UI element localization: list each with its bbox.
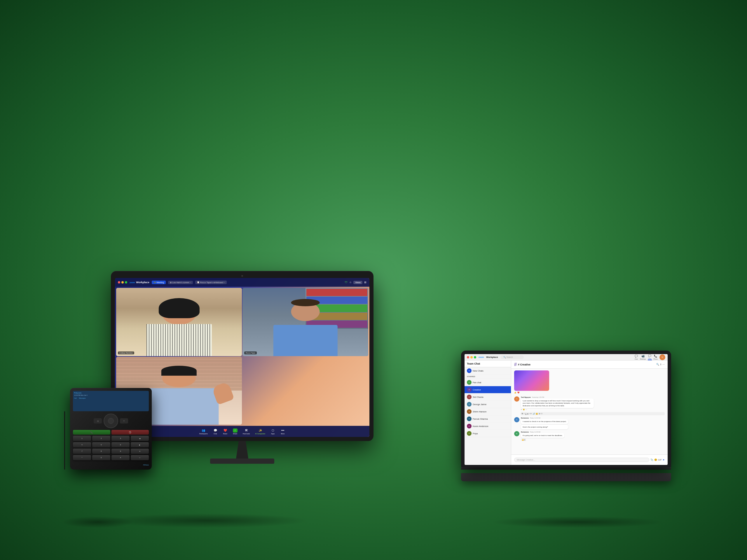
close-btn[interactable] — [118, 281, 120, 284]
message-input[interactable]: Message Creative... — [514, 458, 649, 462]
phone-key-4[interactable]: 4 — [73, 442, 91, 447]
reaction-like[interactable]: 👍 — [514, 392, 516, 394]
chat-item-3[interactable]: G George Jaime — [465, 401, 511, 408]
phone-answer-btn[interactable]: 📞 — [73, 430, 110, 434]
chat-item-1[interactable]: F Fan chat — [465, 379, 511, 386]
meeting-tab[interactable]: 📹 Meeting — [152, 281, 166, 284]
more-label: More — [281, 433, 285, 434]
person-lindsay — [138, 298, 220, 356]
laptop-nav-active[interactable]: 💬 Chat — [648, 354, 652, 360]
phone-key-8[interactable]: 8 — [92, 449, 110, 454]
mention-btn[interactable]: @ — [539, 413, 540, 415]
react-icon: ❤️ — [223, 428, 228, 432]
minimize-btn[interactable] — [121, 281, 124, 284]
chat-item-7[interactable]: P Priya — [465, 430, 511, 437]
laptop-trackpad[interactable] — [555, 473, 578, 474]
link-btn[interactable]: 🔗 — [533, 413, 535, 415]
hair-rocco — [291, 299, 319, 306]
laptop-screen-frame: zoom Workplace 🔍 Search 💬 Chat 📹 — [461, 351, 671, 467]
underline-btn[interactable]: U — [525, 413, 526, 415]
strikethrough-btn[interactable]: S̶ — [527, 413, 529, 415]
phone-time: 12:00 PM Mon Jan 1 — [74, 394, 148, 396]
send-icon[interactable]: ➤ — [663, 458, 665, 461]
chat-content-header: # # Creative 🔍 ℹ ⋯ — [511, 361, 668, 369]
emoji-input-icon[interactable]: 😊 — [654, 458, 657, 461]
gif-icon[interactable]: GIF — [658, 458, 662, 461]
phone-end-btn[interactable]: 📵 — [111, 430, 149, 434]
laptop-user-avatar[interactable]: U — [660, 354, 665, 360]
ai-companion-btn[interactable]: ✨ AI Companion — [255, 428, 265, 434]
phone-key-hash[interactable]: # — [111, 455, 130, 460]
reply-icon[interactable]: ↩ — [521, 409, 522, 410]
apps-btn[interactable]: ⬡ Apps — [271, 428, 275, 434]
chat-btn[interactable]: 💬 Chat — [213, 428, 218, 434]
list-btn[interactable]: ≡ — [541, 413, 542, 415]
phone-key-vol-down[interactable]: − — [131, 455, 149, 460]
phone-key-9[interactable]: 9 — [111, 449, 130, 454]
phone-key-star[interactable]: * — [73, 455, 91, 460]
chat-new-label: New Chats — [473, 370, 484, 372]
chat-new-item[interactable]: N New Chats — [465, 367, 511, 374]
more-msg-icon[interactable]: ⋯ — [525, 409, 527, 410]
host-tools-btn[interactable]: 🛠 Host tools — [243, 428, 250, 434]
phone-key-6[interactable]: 6 — [111, 442, 130, 447]
desk-phone: Polycom 12:00 PM Mon Jan 1 Call Messages… — [70, 388, 152, 470]
phone-key-call[interactable]: Call — [74, 397, 77, 399]
chat-content: # # Creative 🔍 ℹ ⋯ — [511, 361, 668, 465]
phone-key-7[interactable]: 7 — [73, 449, 91, 454]
phone-nav-ring[interactable] — [104, 414, 118, 428]
chat-icon: 💬 — [213, 428, 218, 432]
laptop-close-btn[interactable] — [467, 356, 469, 358]
phone-side-btn-1[interactable]: ⬡ — [94, 418, 102, 424]
reaction-heart[interactable]: ❤️ — [517, 392, 519, 394]
laptop-zoom-workplace: Workplace — [486, 356, 498, 358]
bold-btn[interactable]: B — [522, 413, 523, 415]
phone-key-5[interactable]: 5 — [92, 442, 110, 447]
laptop-chat-nav-label: Chat — [635, 358, 638, 360]
chat-item-creative[interactable]: # Creative — [465, 386, 511, 394]
share-btn[interactable]: ↑ Share — [233, 428, 237, 434]
phone-key-nav2[interactable]: ▸ — [131, 442, 149, 447]
phone-nav-center[interactable] — [108, 418, 114, 424]
views-button[interactable]: Views — [353, 281, 362, 284]
emoji-picker-btn[interactable]: 😊 — [536, 413, 538, 415]
laptop-search-bar[interactable]: 🔍 Search — [500, 355, 524, 359]
phone-key-1[interactable]: 1 — [73, 436, 91, 441]
message-row-2: S Someone Today 11:30 AM I wanted to che… — [514, 417, 665, 429]
phone-key-vol-up[interactable]: + — [131, 449, 149, 454]
laptop-nav-chat[interactable]: 💬 Chat — [634, 354, 638, 360]
laptop-minimize-btn[interactable] — [470, 356, 473, 358]
more-options-icon[interactable]: ⋯ — [662, 363, 665, 366]
italic-btn[interactable]: I — [524, 413, 524, 415]
phone-key-nav1[interactable]: ◂ — [131, 436, 149, 441]
emoji-icon[interactable]: 😊 — [523, 409, 525, 410]
info-icon[interactable]: ℹ — [660, 363, 661, 366]
zoom-controls-right: 🛡 ☆ Views ⊞ — [345, 281, 366, 284]
phone-key-0[interactable]: 0 — [92, 455, 110, 460]
more-btn[interactable]: ••• More — [280, 428, 285, 434]
phone-brand-label: Polycom — [74, 392, 148, 394]
screen-share-tab[interactable]: 🖥 Lea Hahn's screen × — [168, 281, 193, 284]
laptop-screen: zoom Workplace 🔍 Search 💬 Chat 📹 — [465, 354, 668, 465]
reaction-thumbs[interactable]: 👍 1 — [521, 438, 526, 441]
chat-item-6[interactable]: K Karen Anderson — [465, 423, 511, 430]
laptop-maximize-btn[interactable] — [474, 356, 476, 358]
apps-label: Apps — [271, 433, 275, 434]
whiteboard-tab[interactable]: 📋 Rocco Tapia's whiteboard × — [195, 281, 227, 284]
chat-item-2[interactable]: S Sid Chania — [465, 394, 511, 401]
laptop-nav-meetings[interactable]: 📹 Meetings — [640, 354, 646, 360]
laptop-nav-phone[interactable]: 📞 Phone — [654, 354, 658, 360]
chat-item-4[interactable]: S Shirin Hanson — [465, 408, 511, 415]
attach-icon[interactable]: 📎 — [650, 458, 653, 461]
chat-item-5[interactable]: F Farouk Sharma — [465, 415, 511, 423]
react-btn[interactable]: ❤️ React — [223, 428, 228, 434]
phone-side-btn-2[interactable]: ≡ — [120, 418, 128, 424]
participants-btn[interactable]: 👥 Participants — [199, 428, 208, 434]
phone-key-3[interactable]: 3 — [111, 436, 130, 441]
phone-key-messages[interactable]: Messages — [79, 397, 86, 399]
maximize-btn[interactable] — [125, 281, 127, 284]
react-label: React — [223, 433, 227, 434]
phone-key-2[interactable]: 2 — [92, 436, 110, 441]
code-btn[interactable]: </> — [529, 413, 532, 415]
search-icon[interactable]: 🔍 — [656, 363, 659, 366]
